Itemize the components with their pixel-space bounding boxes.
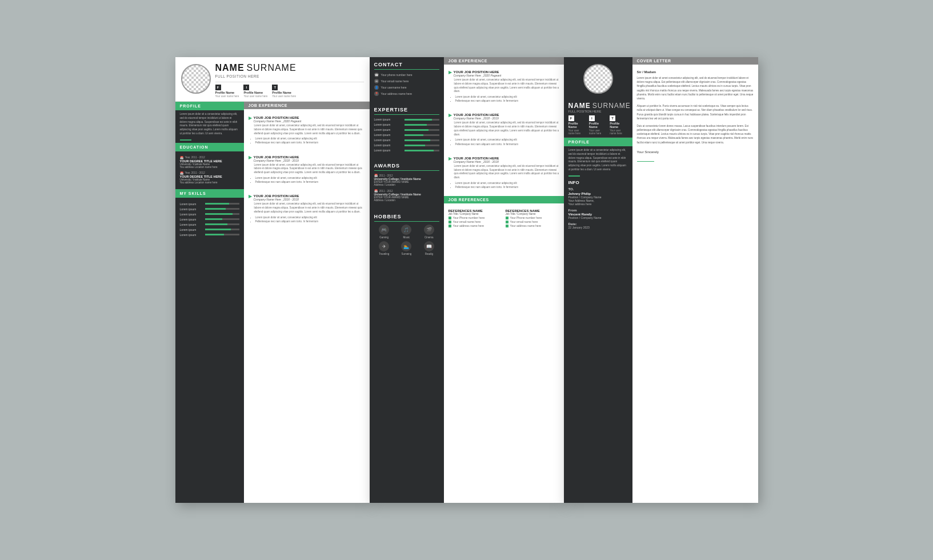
expertise-row: Lorem ipsum — [374, 118, 439, 121]
resume-card-2: CONTACT ☎ Your phone number here✉ Your e… — [370, 57, 564, 503]
profile-text-3: Lorem ipsum dolor sit a consectetur adip… — [564, 149, 632, 175]
social-3-tw: T Profile Name Your user name here — [610, 115, 627, 135]
info-from-label: From — [568, 209, 628, 212]
fb-icon-3: F — [568, 115, 574, 121]
award-item: 📅2011 - 2012 University College / Instit… — [374, 189, 439, 202]
resume-card-3: NAME SURNAME FULL POSITION HERE F Profil… — [564, 57, 758, 503]
job-item: ▶ YOUR JOB POSITION HERE Company Name He… — [444, 67, 564, 106]
avatar-1 — [181, 64, 211, 94]
job-item: ▶ YOUR JOB POSITION HERE Company Name He… — [244, 113, 370, 149]
job-exp-title-2: JOB EXPERIENCE — [444, 57, 564, 65]
ig-icon-3: I — [589, 115, 595, 121]
expertise-row: Lorem ipsum — [374, 123, 439, 126]
resume-card-1: NAME SURNAME FULL POSITION HERE F Profil… — [175, 57, 370, 503]
profile-title-3: PROFILE — [564, 138, 632, 146]
cover-paragraph: Lorem ipsum dolor sit amet consectetur a… — [637, 76, 754, 101]
skill-row: Lorem ipsum — [180, 223, 239, 226]
salutation: Sir / Madam — [637, 70, 754, 74]
awards-title: AWARDS — [374, 163, 439, 171]
info-to-label: TO. — [568, 187, 628, 191]
social-item-fb-1: F Profile Name Your user name here — [215, 85, 239, 98]
contact-item: ☎ Your phone number here — [374, 73, 439, 77]
skill-row: Lorem ipsum — [180, 207, 239, 211]
expertise-row: Lorem ipsum — [374, 128, 439, 131]
tw-icon-1: T — [272, 85, 278, 90]
expertise-row: Lorem ipsum — [374, 143, 439, 147]
job-exp-title-1: JOB EXPERIENCE — [244, 102, 370, 109]
cover-paragraph: Duis at consectetur lorem donec massa. L… — [637, 124, 754, 145]
hobby-item: 🎬 Cinema — [419, 225, 439, 239]
hobby-item: 🎵 Music — [397, 225, 417, 239]
avatar-3-container — [564, 57, 632, 98]
skill-row: Lorem ipsum — [180, 202, 239, 206]
profile-title-1: PROFILE — [175, 102, 244, 110]
edu-item-1-1: 📅 Year, 2011 - 2012 YOUR DEGREE TITLE HE… — [180, 171, 239, 184]
expertise-section: EXPERTISE Lorem ipsum Lorem ipsum Lorem … — [370, 102, 444, 158]
job-item: ▶ YOUR JOB POSITION HERE Company Name He… — [244, 191, 370, 227]
reference-item: REFERENCES NAME Job Title / Company Name… — [506, 209, 559, 227]
skill-row: Lorem ipsum — [180, 218, 239, 221]
references-title: JOB REFERENCES — [444, 196, 564, 203]
profile-text-1: Lorem ipsum dolor sit a consectetur adip… — [175, 113, 244, 139]
tw-icon-3: T — [610, 115, 615, 121]
info-date: 22 January 2023 — [568, 226, 628, 229]
info-to-city: Your address here — [568, 202, 628, 206]
contact-item: 📍 Your address name here — [374, 91, 439, 96]
skill-row: Lorem ipsum — [180, 233, 239, 237]
education-title-1: EDUCATION — [175, 143, 244, 151]
right-main: COVER LETTER Sir / Madam Lorem ipsum dol… — [632, 57, 758, 503]
edu-item-1-0: 📅 Year, 2011 - 2012 YOUR DEGREE TITLE HE… — [180, 156, 239, 169]
hobbies-title: HOBBIES — [374, 214, 439, 222]
job-item: ▶ YOUR JOB POSITION HERE Company Name He… — [244, 152, 370, 188]
cover-letter-body: Sir / Madam Lorem ipsum dolor sit amet c… — [632, 67, 758, 167]
name-light-1: SURNAME — [247, 63, 297, 73]
position-3: FULL POSITION HERE — [568, 110, 628, 113]
awards-section: AWARDS 📅2011 - 2012 University College /… — [370, 158, 444, 209]
hobby-item: 🎮 Gaming — [374, 225, 394, 239]
name-bold-1: NAME — [215, 63, 245, 73]
hobbies-section: HOBBIES 🎮 Gaming🎵 Music🎬 Cinema✈ Traveli… — [370, 209, 444, 260]
social-user-fb-1: Your user name here — [215, 95, 239, 98]
expertise-row: Lorem ipsum — [374, 138, 439, 142]
job-item: ▶ YOUR JOB POSITION HERE Company Name He… — [444, 153, 564, 193]
middle-main: JOB EXPERIENCE ▶ YOUR JOB POSITION HERE … — [444, 57, 564, 503]
expertise-row: Lorem ipsum — [374, 149, 439, 152]
skill-row: Lorem ipsum — [180, 228, 239, 231]
fb-icon-1: F — [215, 85, 221, 90]
hobby-item: 📖 Readig — [419, 241, 439, 255]
ig-icon-1: I — [243, 85, 249, 90]
middle-sidebar: CONTACT ☎ Your phone number here✉ Your e… — [370, 57, 444, 503]
social-item-ig-1: I Profile Name Your user name here — [243, 85, 267, 98]
right-sidebar: NAME SURNAME FULL POSITION HERE F Profil… — [564, 57, 632, 503]
hobby-item: ✈ Traveling — [374, 241, 394, 255]
main-1: JOB EXPERIENCE ▶ YOUR JOB POSITION HERE … — [244, 102, 370, 503]
contact-section: CONTACT ☎ Your phone number here✉ Your e… — [370, 57, 444, 102]
social-3-ig: I Profile Name Your user name here — [589, 115, 607, 135]
position-title-1: FULL POSITION HERE — [215, 74, 364, 78]
info-from-position: Position / Company Name — [568, 216, 628, 219]
job-item: ▶ YOUR JOB POSITION HERE Company Name He… — [444, 110, 564, 149]
references-section: REFERENCES NAME Job Title / Company Name… — [444, 206, 564, 231]
cover-letter-title: COVER LETTER — [632, 57, 758, 65]
name-light-3: SURNAME — [592, 102, 631, 110]
hobby-item: 🏊 Sumeing — [397, 241, 417, 255]
info-title: INFO — [568, 180, 628, 185]
signature-underline — [637, 161, 654, 162]
social-name-fb-1: Profile Name — [215, 91, 235, 94]
expertise-row: Lorem ipsum — [374, 133, 439, 137]
name-bold-3: NAME — [568, 102, 591, 110]
sidebar-1: PROFILE Lorem ipsum dolor sit a consecte… — [175, 102, 244, 503]
social-user-tw-1: Your user name here — [272, 95, 296, 98]
skills-title-1: MY SKILLS — [175, 189, 244, 198]
cover-paragraph: Aliquam ut porttitor le. Punis viverra a… — [637, 104, 754, 121]
award-item: 📅2011 - 2012 University College / Instit… — [374, 174, 439, 186]
social-item-tw-1: T Profile Name Your user name here — [272, 85, 296, 98]
skill-row: Lorem ipsum — [180, 213, 239, 216]
contact-title: CONTACT — [374, 62, 439, 70]
reference-item: REFERENCES NAME Job Title / Company Name… — [449, 209, 502, 227]
contact-item: ✉ Your email name here — [374, 79, 439, 83]
social-name-ig-1: Profile Name — [243, 91, 263, 94]
social-3-fb: F Profile Name Your user name here — [568, 115, 586, 135]
sincerely: Your Sincerely — [637, 150, 754, 154]
expertise-title: EXPERTISE — [374, 107, 439, 115]
